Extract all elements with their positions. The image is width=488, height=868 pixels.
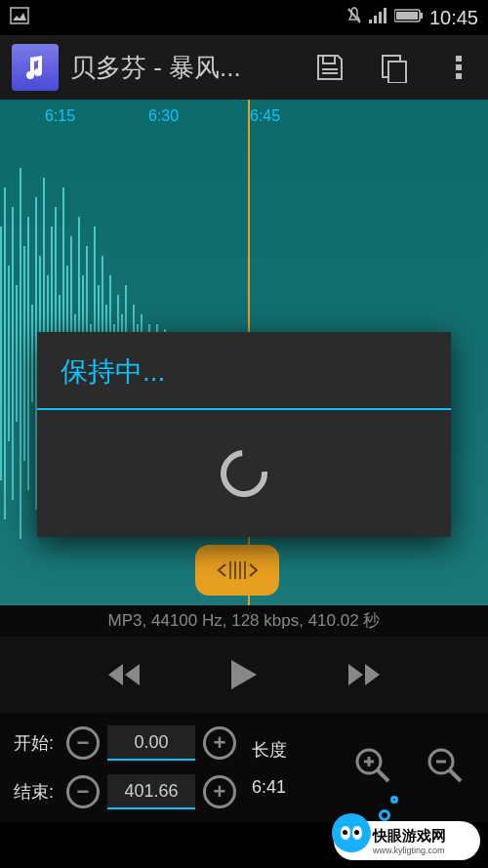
spinner-icon <box>211 440 277 507</box>
saving-dialog: 保持中... <box>37 332 451 537</box>
dialog-overlay: 保持中... <box>0 0 488 868</box>
dialog-title: 保持中... <box>37 332 451 408</box>
